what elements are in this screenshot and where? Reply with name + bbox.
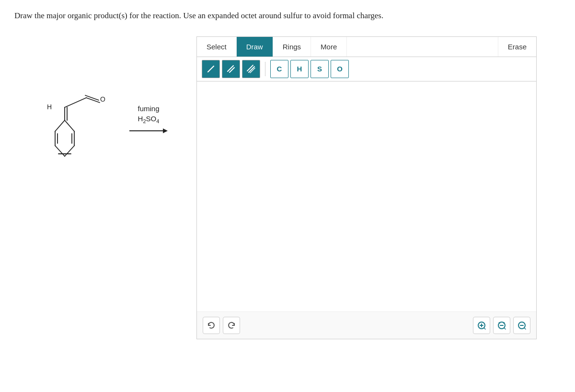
svg-marker-17 — [163, 128, 168, 133]
reagent-arrow: fuming H2SO4 — [129, 104, 168, 136]
svg-text:O: O — [100, 95, 105, 103]
redo-icon — [227, 321, 236, 330]
bottom-toolbar — [197, 311, 536, 339]
molecule-drawing: H O — [43, 65, 120, 175]
bottom-left-tools — [203, 317, 240, 334]
rings-button[interactable]: Rings — [273, 37, 311, 57]
svg-line-12 — [65, 146, 74, 156]
reaction-arrow — [129, 126, 168, 136]
toolbar: Select Draw Rings More Erase — [197, 37, 536, 57]
svg-line-18 — [208, 66, 214, 72]
select-button[interactable]: Select — [197, 37, 237, 57]
reagent-line1: fuming — [138, 104, 159, 113]
more-button[interactable]: More — [311, 37, 347, 57]
svg-line-11 — [55, 146, 65, 156]
svg-line-21 — [247, 65, 253, 71]
reagent-line2: H2SO4 — [138, 115, 160, 124]
svg-line-33 — [525, 328, 526, 329]
svg-line-7 — [55, 120, 65, 131]
zoom-in-icon — [477, 321, 486, 330]
triple-bond-button[interactable] — [242, 60, 260, 78]
sulfur-button[interactable]: S — [310, 60, 329, 78]
tool-panel: Select Draw Rings More Erase — [196, 36, 537, 339]
zoom-fit-icon — [497, 321, 506, 330]
page: Draw the major organic product(s) for th… — [0, 0, 575, 392]
question-text: Draw the major organic product(s) for th… — [14, 10, 561, 22]
single-bond-button[interactable] — [202, 60, 220, 78]
svg-line-8 — [65, 120, 74, 131]
undo-button[interactable] — [203, 317, 220, 334]
redo-button[interactable] — [223, 317, 240, 334]
reaction-container: H O — [43, 65, 168, 175]
erase-button[interactable]: Erase — [498, 37, 536, 57]
zoom-out-button[interactable] — [513, 317, 530, 334]
zoom-out-icon — [518, 321, 526, 330]
left-side: H O — [14, 36, 196, 175]
content-area: H O — [14, 36, 561, 339]
bottom-right-tools — [473, 317, 530, 334]
double-bond-button[interactable] — [222, 60, 240, 78]
undo-icon — [207, 321, 216, 330]
svg-line-19 — [228, 66, 233, 71]
svg-line-27 — [484, 328, 486, 329]
separator — [265, 62, 265, 76]
double-bond-icon — [226, 64, 236, 74]
single-bond-icon — [206, 64, 216, 74]
draw-button[interactable]: Draw — [237, 37, 273, 57]
svg-text:H: H — [47, 103, 52, 111]
svg-line-1 — [65, 98, 86, 107]
zoom-fit-button[interactable] — [493, 317, 510, 334]
carbon-button[interactable]: C — [270, 60, 288, 78]
zoom-in-button[interactable] — [473, 317, 490, 334]
oxygen-button[interactable]: O — [331, 60, 349, 78]
hydrogen-button[interactable]: H — [290, 60, 309, 78]
bond-tools: C H S O — [197, 57, 536, 81]
drawing-canvas[interactable] — [197, 81, 536, 311]
svg-line-30 — [505, 328, 506, 329]
triple-bond-icon — [246, 64, 256, 74]
